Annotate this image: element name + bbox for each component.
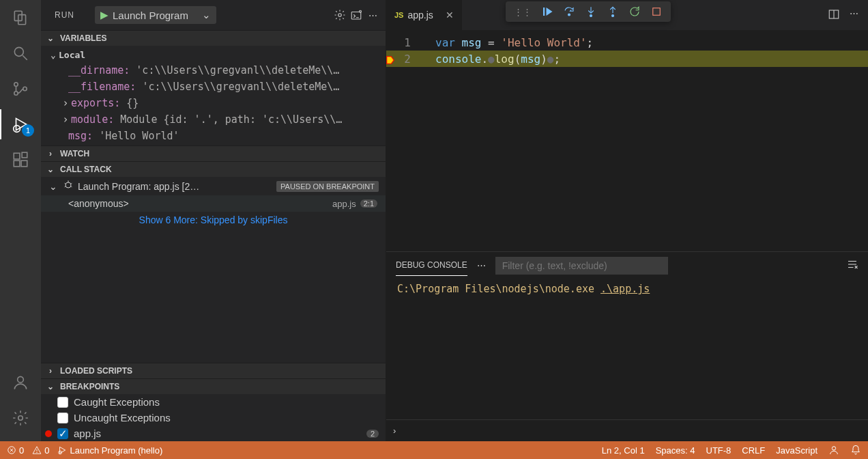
variable-row[interactable]: ›module: Module {id: '.', path: 'c:\\Use… — [41, 111, 386, 128]
status-eol[interactable]: CRLF — [742, 445, 765, 456]
feedback-icon[interactable] — [828, 445, 839, 456]
svg-line-3 — [23, 55, 27, 60]
run-debug-icon[interactable]: 1 — [0, 107, 41, 142]
tab-label: app.js — [407, 10, 433, 20]
debug-console-icon[interactable] — [350, 9, 362, 21]
variable-row[interactable]: __filename: 'c:\\Users\\gregvanl\\delete… — [41, 79, 386, 95]
extensions-icon[interactable] — [0, 142, 41, 178]
line-number: 2 — [386, 53, 424, 66]
breakpoint-caught[interactable]: Caught Exceptions — [41, 394, 386, 410]
loaded-scripts-section[interactable]: ›LOADED SCRIPTS — [41, 363, 386, 378]
play-icon: ▶ — [100, 9, 108, 21]
close-icon[interactable]: ✕ — [446, 10, 454, 20]
checkbox[interactable] — [57, 397, 68, 408]
restart-icon[interactable] — [628, 5, 641, 18]
variables-section[interactable]: ⌄VARIABLES — [41, 30, 386, 46]
console-filter-input[interactable] — [495, 257, 668, 275]
svg-point-28 — [612, 15, 614, 17]
bug-icon — [63, 180, 74, 193]
gear-icon[interactable] — [334, 9, 346, 21]
split-editor-icon[interactable] — [828, 8, 840, 23]
variable-row[interactable]: ›exports: {} — [41, 95, 386, 111]
tab-bar: JS app.js ✕ ⋮⋮ ⋯ — [386, 0, 868, 30]
accounts-icon[interactable] — [0, 365, 41, 400]
settings-gear-icon[interactable] — [0, 400, 41, 436]
more-icon[interactable]: ⋯ — [850, 8, 858, 23]
step-over-icon[interactable] — [563, 5, 575, 18]
console-input[interactable]: › — [386, 419, 868, 441]
chevron-down-icon: ⌄ — [45, 33, 56, 44]
status-launch[interactable]: Launch Program (hello) — [57, 445, 162, 456]
breakpoint-uncaught[interactable]: Uncaught Exceptions — [41, 410, 386, 426]
status-lncol[interactable]: Ln 2, Col 1 — [602, 445, 645, 456]
code-editor[interactable]: 1 var msg = 'Hello World'; 2 console.●lo… — [386, 30, 868, 251]
chevron-right-icon: › — [393, 426, 396, 436]
clear-console-icon[interactable] — [846, 258, 858, 273]
breakpoint-file[interactable]: ✓ app.js 2 — [41, 426, 386, 441]
chevron-right-icon: › — [60, 114, 71, 125]
variable-row[interactable]: msg: 'Hello World' — [41, 128, 386, 144]
svg-rect-15 — [351, 12, 361, 20]
svg-point-41 — [37, 452, 38, 453]
status-spaces[interactable]: Spaces: 4 — [656, 445, 695, 456]
status-warnings[interactable]: 0 — [32, 445, 49, 456]
frame-line: 2:1 — [360, 199, 377, 208]
more-icon[interactable]: ⋯ — [477, 260, 486, 270]
svg-point-6 — [23, 87, 27, 90]
svg-point-24 — [568, 14, 570, 16]
step-out-icon[interactable] — [607, 5, 619, 18]
chevron-right-icon: › — [60, 98, 71, 109]
launch-config-select[interactable]: ▶ Launch Program ⌄ — [95, 6, 216, 24]
continue-icon[interactable] — [541, 5, 553, 18]
checkbox-checked[interactable]: ✓ — [57, 428, 68, 439]
debug-console-tab[interactable]: DEBUG CONSOLE — [396, 255, 467, 276]
chevron-down-icon: ⌄ — [202, 9, 211, 21]
launch-config-name: Launch Program — [113, 10, 188, 21]
svg-rect-29 — [653, 8, 661, 16]
explorer-icon[interactable] — [0, 0, 41, 36]
chevron-right-icon: › — [45, 148, 56, 159]
tab-appjs[interactable]: JS app.js ✕ — [386, 0, 462, 30]
svg-point-17 — [66, 182, 71, 188]
code-line: console.●log(msg)●; — [424, 53, 560, 66]
breakpoint-dot-icon — [45, 430, 52, 437]
status-errors[interactable]: 0 — [7, 445, 24, 456]
status-language[interactable]: JavaScript — [776, 445, 818, 456]
debug-console-panel: DEBUG CONSOLE ⋯ C:\Program Files\nodejs\… — [386, 251, 868, 441]
svg-rect-10 — [21, 161, 27, 167]
svg-point-2 — [14, 47, 23, 56]
callstack-thread[interactable]: ⌄ Launch Program: app.js [2… PAUSED ON B… — [41, 177, 386, 195]
svg-point-26 — [590, 15, 592, 17]
scope-local[interactable]: ⌄Local — [41, 47, 386, 62]
run-label: RUN — [55, 10, 74, 20]
source-control-icon[interactable] — [0, 71, 41, 107]
debug-toolbar[interactable]: ⋮⋮ — [506, 1, 671, 22]
more-icon[interactable]: ⋯ — [366, 9, 379, 21]
breakpoint-current-icon[interactable] — [386, 55, 396, 68]
grip-icon[interactable]: ⋮⋮ — [514, 7, 532, 17]
step-into-icon[interactable] — [585, 5, 597, 18]
status-bar: 0 0 Launch Program (hello) Ln 2, Col 1 S… — [0, 441, 868, 459]
svg-point-43 — [832, 447, 835, 450]
callstack-section[interactable]: ⌄CALL STACK — [41, 161, 386, 177]
svg-point-13 — [18, 416, 23, 421]
variable-row[interactable]: __dirname: 'c:\\Users\\gregvanl\\deleteM… — [41, 62, 386, 79]
thread-title: Launch Program: app.js [2… — [78, 181, 199, 192]
bell-icon[interactable] — [850, 445, 861, 456]
status-encoding[interactable]: UTF-8 — [706, 445, 732, 456]
watch-section[interactable]: ›WATCH — [41, 145, 386, 161]
chevron-right-icon: › — [45, 365, 56, 376]
breakpoints-section[interactable]: ⌄BREAKPOINTS — [41, 378, 386, 394]
chevron-down-icon: ⌄ — [45, 164, 56, 175]
svg-point-14 — [338, 14, 342, 17]
debug-badge: 1 — [22, 124, 34, 137]
svg-point-16 — [360, 10, 362, 12]
stack-frame[interactable]: <anonymous> app.js 2:1 — [41, 195, 386, 212]
stop-icon[interactable] — [650, 5, 663, 18]
show-more-frames[interactable]: Show 6 More: Skipped by skipFiles — [41, 212, 386, 228]
search-icon[interactable] — [0, 36, 41, 71]
chevron-down-icon: ⌄ — [48, 49, 59, 60]
console-link[interactable]: .\app.js — [601, 283, 650, 295]
checkbox[interactable] — [57, 413, 68, 423]
js-file-icon: JS — [394, 11, 403, 19]
